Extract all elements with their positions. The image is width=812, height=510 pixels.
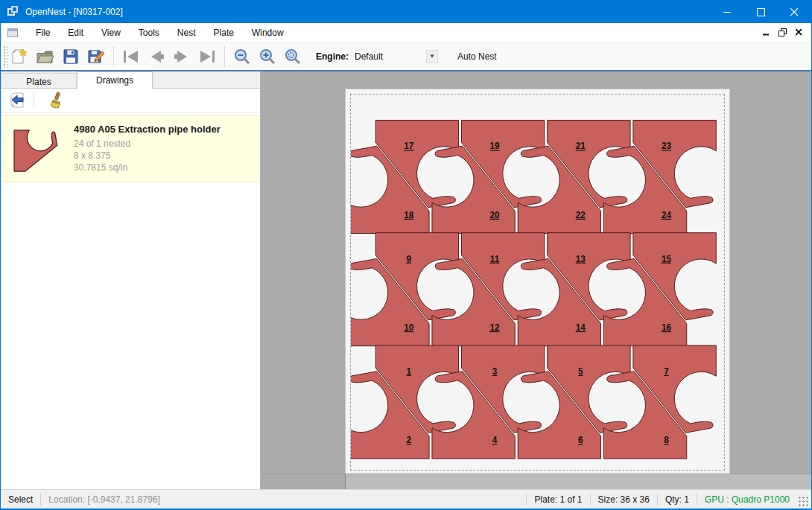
engine-combo: Engine: Default ▼	[316, 50, 438, 63]
save-button[interactable]	[59, 45, 83, 68]
part-number-label: 8	[664, 435, 669, 445]
zoom-out-button[interactable]	[230, 45, 254, 68]
menu-plate[interactable]: Plate	[205, 24, 243, 42]
left-panel: PlatesDrawings 4980 A05 Ext	[1, 71, 261, 489]
part-number-label: 9	[406, 254, 411, 264]
tab-drawings[interactable]: Drawings	[77, 71, 153, 89]
status-qty: Qty: 1	[658, 494, 697, 505]
part-number-label: 10	[404, 322, 414, 333]
menu-tools[interactable]: Tools	[130, 24, 168, 42]
save-edit-button[interactable]	[84, 45, 108, 68]
scrollbar-thumb[interactable]	[261, 474, 346, 489]
tab-strip: PlatesDrawings	[1, 71, 260, 89]
next-plate-button[interactable]	[170, 45, 194, 68]
drawings-toolbar	[1, 89, 260, 113]
status-location: Location: [-0.9437, 21.8796]	[41, 494, 167, 505]
plate-sheet: 171819202122232491011121314151612345678	[345, 89, 730, 476]
engine-value[interactable]: Default	[355, 51, 426, 62]
open-file-button[interactable]	[34, 45, 57, 68]
part-number-label: 14	[576, 322, 586, 333]
drawing-list-item[interactable]: 4980 A05 Extraction pipe holder 24 of 1 …	[1, 115, 259, 182]
document-icon	[7, 28, 18, 37]
window-title: OpenNest - [N0317-002]	[25, 7, 123, 17]
part-number-label: 19	[489, 141, 500, 151]
drawing-nested-count: 24 of 1 nested	[74, 138, 221, 150]
new-file-button[interactable]	[8, 45, 32, 68]
status-gpu: GPU : Quadro P1000	[697, 494, 797, 505]
part-number-label: 3	[492, 366, 498, 377]
part-number-label: 2	[406, 435, 411, 445]
auto-nest-button[interactable]: Auto Nest	[451, 48, 503, 66]
first-plate-button[interactable]	[119, 45, 143, 68]
drawing-area: 30.7815 sq/in	[74, 162, 221, 173]
main-toolbar: Engine: Default ▼ Auto Nest	[1, 42, 811, 71]
part-number-label: 5	[578, 366, 583, 377]
engine-dropdown-arrow[interactable]: ▼	[426, 50, 438, 63]
maximize-button[interactable]	[744, 1, 778, 23]
part-number-label: 13	[576, 254, 586, 264]
app-icon	[7, 6, 19, 18]
horizontal-scrollbar[interactable]	[261, 474, 811, 489]
title-bar: OpenNest - [N0317-002]	[1, 1, 811, 23]
part-number-label: 20	[489, 210, 500, 220]
status-mode: Select	[1, 494, 40, 505]
part-number-label: 17	[404, 141, 414, 151]
menu-view[interactable]: View	[92, 24, 130, 42]
engine-label: Engine:	[316, 51, 349, 62]
part-number-label: 6	[578, 435, 583, 445]
import-drawing-button[interactable]	[7, 90, 29, 111]
app-window: OpenNest - [N0317-002] FileEditViewTools…	[0, 0, 812, 510]
tab-plates[interactable]: Plates	[1, 73, 77, 89]
part-number-label: 22	[576, 210, 586, 220]
mdi-minimize-button[interactable]	[758, 25, 774, 40]
resize-grip[interactable]	[799, 497, 809, 507]
zoom-in-button[interactable]	[256, 45, 279, 68]
nested-parts: 171819202122232491011121314151612345678	[351, 95, 724, 470]
status-plate: Plate: 1 of 1	[527, 494, 589, 505]
part-number-label: 7	[664, 366, 669, 377]
menu-file[interactable]: File	[27, 24, 59, 42]
thumbnail-part-shape	[14, 130, 57, 171]
last-plate-button[interactable]	[195, 45, 219, 68]
part-number-label: 4	[492, 435, 498, 445]
minimize-button[interactable]	[711, 1, 744, 23]
previous-plate-button[interactable]	[145, 45, 168, 68]
menu-bar: FileEditViewToolsNestPlateWindow	[1, 23, 811, 42]
part-number-label: 15	[662, 254, 672, 264]
drawing-title: 4980 A05 Extraction pipe holder	[74, 124, 221, 135]
menu-edit[interactable]: Edit	[59, 24, 92, 42]
part-thumbnail	[7, 122, 65, 177]
mdi-restore-button[interactable]	[774, 25, 790, 40]
part-number-label: 12	[489, 322, 500, 333]
part-number-label: 24	[662, 210, 672, 220]
zoom-extents-button[interactable]	[281, 45, 305, 68]
close-button[interactable]	[778, 1, 811, 23]
part-number-label: 18	[404, 210, 414, 220]
clear-drawings-button[interactable]	[45, 90, 67, 111]
mdi-close-button[interactable]	[790, 25, 807, 40]
part-number-label: 16	[662, 322, 672, 333]
toolbar-grip[interactable]	[3, 45, 7, 68]
status-bar: Select Location: [-0.9437, 21.8796] Plat…	[1, 489, 811, 509]
menu-nest[interactable]: Nest	[168, 24, 205, 42]
part-number-label: 11	[490, 254, 500, 264]
part-number-label: 23	[662, 141, 672, 151]
part-number-label: 1	[406, 366, 411, 377]
status-size: Size: 36 x 36	[591, 494, 657, 505]
nest-canvas[interactable]: 171819202122232491011121314151612345678	[261, 71, 811, 489]
part-number-label: 21	[576, 141, 586, 151]
drawing-size: 8 x 8.375	[74, 150, 221, 162]
menu-window[interactable]: Window	[243, 24, 293, 42]
